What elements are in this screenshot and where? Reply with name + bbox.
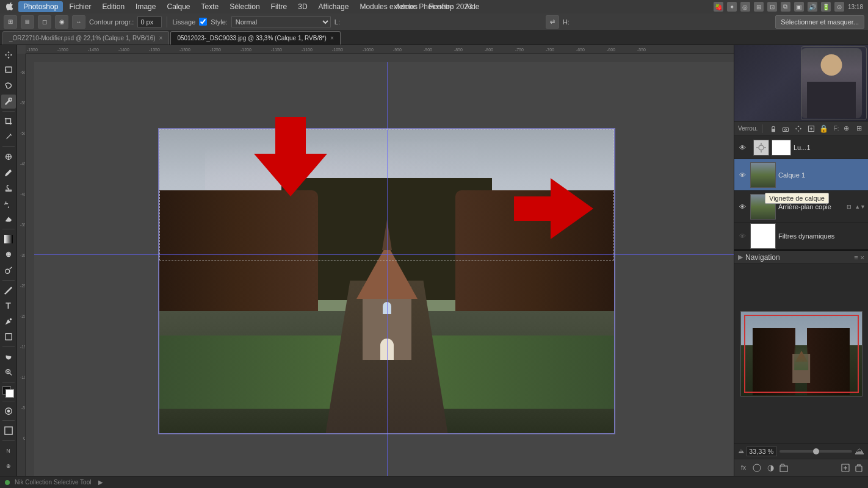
quick-mask-tool[interactable] <box>1 404 16 418</box>
right-panel: Verrou. 🔒 F: ⊕ ⊞ 👁 <box>734 45 868 476</box>
lock-artboard-btn[interactable] <box>806 123 816 134</box>
nav-content <box>734 264 868 443</box>
nav-close-icon[interactable]: × <box>861 254 864 261</box>
gradient-tool[interactable] <box>1 232 16 246</box>
menu-icon-9: 🔋 <box>821 2 831 12</box>
magic-wand-tool[interactable] <box>1 95 16 109</box>
menu-image[interactable]: Image <box>131 1 161 12</box>
time-display: 13:18 <box>848 4 863 10</box>
opt-select-btn-1[interactable]: ⊞ <box>4 15 17 29</box>
nik-tool[interactable]: N <box>1 443 16 458</box>
right-icon-1[interactable]: ⊕ <box>842 123 852 134</box>
layer-adjustment-icon <box>753 140 769 156</box>
layer-adjustment-thumb <box>772 140 791 156</box>
tab-2-close[interactable]: × <box>330 35 334 41</box>
crop-tool[interactable] <box>1 114 16 129</box>
nav-menu-icon[interactable]: ≡ <box>854 254 858 261</box>
shape-tool[interactable] <box>1 330 16 345</box>
layer-filtres-thumb <box>750 223 776 249</box>
menu-icon-1: 🍓 <box>714 2 723 12</box>
zoom-slider-thumb[interactable] <box>813 448 819 454</box>
zoom-tool[interactable] <box>1 365 16 380</box>
layer-delete-btn[interactable] <box>853 462 864 473</box>
layer-filtres-row[interactable]: 👁 Filtres dynamiques <box>734 223 868 249</box>
tab-2[interactable]: 05012023-_DSC9033.jpg @ 33,3% (Calque 1,… <box>170 31 340 45</box>
layer-expand-icon[interactable]: ▲▼ <box>855 204 866 210</box>
menu-filtre[interactable]: Filtre <box>266 1 292 12</box>
contour-input[interactable] <box>137 16 162 27</box>
blur-tool[interactable] <box>1 248 16 262</box>
opt-select-btn-5[interactable]: ↔ <box>72 15 85 29</box>
extra-tool-1[interactable]: ⊕ <box>1 459 16 473</box>
svg-point-6 <box>5 174 7 176</box>
layer-adjustment-row[interactable]: 👁 Lu...1 <box>734 136 868 159</box>
tab-1-close[interactable]: × <box>159 35 163 41</box>
eyedropper-tool[interactable] <box>1 130 16 145</box>
move-tool[interactable] <box>1 48 16 62</box>
eraser-tool[interactable] <box>1 212 16 227</box>
menu-icon-4: ⊞ <box>754 2 764 12</box>
opt-select-btn-4[interactable]: ◉ <box>55 15 68 29</box>
color-swatches[interactable] <box>1 385 16 398</box>
right-icon-2[interactable]: ⊞ <box>854 123 864 134</box>
dodge-tool[interactable] <box>1 263 16 278</box>
tab-1[interactable]: _ORZ2710-Modifier.psd @ 22,1% (Calque 1,… <box>2 31 169 45</box>
zoom-slider[interactable] <box>779 450 852 453</box>
zoom-input[interactable] <box>747 447 777 456</box>
svg-text:-950: -950 <box>393 48 402 52</box>
history-brush-tool[interactable] <box>1 196 16 211</box>
layer-group-btn[interactable] <box>778 462 789 473</box>
red-arrow-down <box>254 117 327 198</box>
menu-photoshop[interactable]: Photoshop <box>18 1 63 12</box>
layer-fx-btn[interactable]: fx <box>738 462 749 473</box>
menu-affichage[interactable]: Affichage <box>314 1 354 12</box>
opt-swap-btn[interactable]: ⇄ <box>546 15 559 29</box>
layer-calque1-visibility[interactable]: 👁 <box>737 170 748 181</box>
svg-rect-13 <box>5 334 12 340</box>
path-selection-tool[interactable] <box>1 314 16 329</box>
style-select[interactable]: Normal Rapport largeur/hauteur fixé Tail… <box>231 16 331 27</box>
pen-tool[interactable] <box>1 283 16 298</box>
lock-position-btn[interactable] <box>794 123 804 134</box>
hand-tool[interactable] <box>1 350 16 364</box>
svg-marker-55 <box>254 117 327 196</box>
menu-selection[interactable]: Sélection <box>225 1 264 12</box>
nav-collapse-icon[interactable]: ▶ <box>738 253 743 261</box>
lock-pixels-btn[interactable] <box>781 123 791 134</box>
layer-calque1-row[interactable]: 👁 Calque 1 Vignette de calque <box>734 159 868 191</box>
nav-footer: ⛰ ⛰ <box>734 443 868 459</box>
svg-text:-100: -100 <box>20 375 26 379</box>
apple-logo[interactable] <box>5 2 15 12</box>
layer-adjustment-add-btn[interactable]: ◑ <box>765 462 776 473</box>
menu-3d[interactable]: 3D <box>293 1 312 12</box>
lock-transparency-btn[interactable] <box>768 123 778 134</box>
selection-rect-tool[interactable] <box>1 63 16 78</box>
layer-arriere-visibility[interactable]: 👁 <box>737 201 748 212</box>
layer-filtres-visibility[interactable]: 👁 <box>737 231 748 242</box>
fill-label: F: <box>834 125 839 132</box>
lissage-checkbox[interactable] <box>199 18 207 26</box>
menu-calque[interactable]: Calque <box>162 1 195 12</box>
opt-select-btn-3[interactable]: ◻ <box>38 15 51 29</box>
svg-rect-66 <box>753 464 761 472</box>
menu-edition[interactable]: Edition <box>97 1 129 12</box>
select-mask-btn[interactable]: Sélectionner et masquer... <box>775 15 864 29</box>
stamp-tool[interactable] <box>1 181 16 195</box>
screen-mode-tool[interactable] <box>1 423 16 438</box>
menu-fichier[interactable]: Fichier <box>64 1 96 12</box>
text-tool[interactable]: T <box>1 298 16 313</box>
healing-brush-tool[interactable] <box>1 149 16 164</box>
lock-all-btn[interactable]: 🔒 <box>819 123 829 134</box>
layer-new-btn[interactable] <box>840 462 851 473</box>
layer-adjustment-info: Lu...1 <box>794 144 866 151</box>
svg-text:-1000: -1000 <box>363 48 374 52</box>
menu-right-icons: 🍓 ✦ ◎ ⊞ ⊡ ⧉ ▣ 🔊 🔋 ⊙ 13:18 <box>714 2 863 12</box>
opt-select-btn-2[interactable]: ▤ <box>21 15 34 29</box>
layer-arriere-plan-row[interactable]: 👁 Arrière-plan copie ⊡ ▲▼ <box>734 191 868 223</box>
layer-mask-btn[interactable] <box>751 462 762 473</box>
menu-texte[interactable]: Texte <box>197 1 224 12</box>
layer-adjustment-visibility[interactable]: 👁 <box>737 142 748 153</box>
brush-tool[interactable] <box>1 165 16 180</box>
lasso-tool[interactable] <box>1 79 16 93</box>
svg-text:-150: -150 <box>20 345 26 349</box>
